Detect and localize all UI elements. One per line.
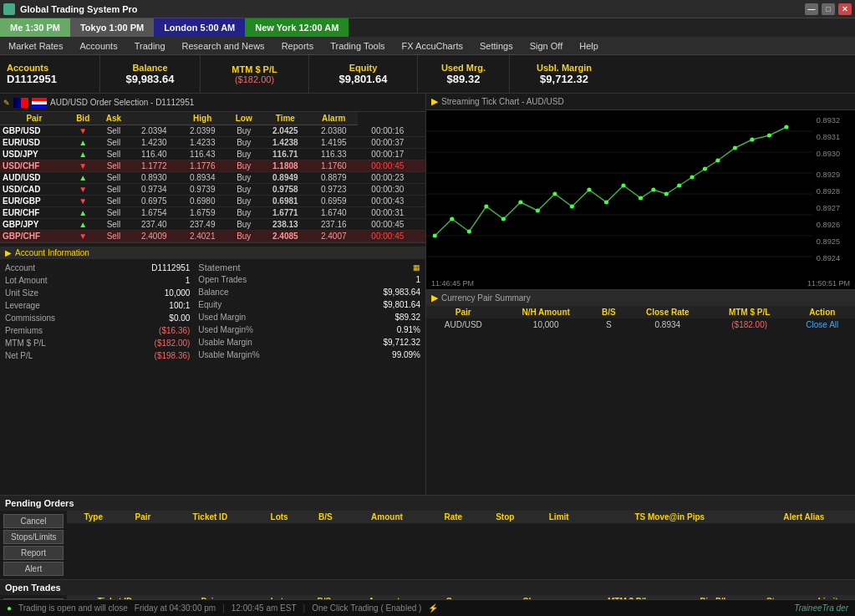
cell-side: Sell [98, 184, 130, 196]
account-left: Account D1112951 Lot Amount 1 Unit Size … [5, 262, 190, 361]
rates-toolbar: ✎ AUD/USD Order Selection - D1112951 [0, 94, 425, 112]
cell-ask: 0.8934 [178, 172, 226, 184]
rates-row[interactable]: USD/CHF ▼ Sell 1.1772 1.1776 Buy 1.1808 … [0, 160, 425, 172]
rates-row[interactable]: USD/JPY ▲ Sell 116.40 116.43 Buy 116.71 … [0, 149, 425, 160]
acct-prem: Premiums ($16.36) [5, 325, 190, 336]
cell-alarm [417, 172, 425, 184]
cell-high: 0.9758 [261, 184, 309, 196]
pending-orders-header: Pending Orders [0, 496, 855, 511]
svg-point-10 [467, 230, 471, 234]
title-bar: Global Trading System Pro — □ ✕ [0, 0, 855, 18]
pending-col-amount: Amount [346, 511, 427, 523]
pending-stops-button[interactable]: Stops/Limits [3, 530, 64, 544]
maximize-button[interactable]: □ [822, 3, 835, 15]
timezone-bar: Me 1:30 PM Tokyo 1:00 PM London 5:00 AM … [0, 18, 855, 37]
rates-row[interactable]: GBP/CHF ▼ Sell 2.4009 2.4021 Buy 2.4085 … [0, 231, 425, 242]
svg-text:0.8925: 0.8925 [817, 237, 840, 246]
menu-fx-accu[interactable]: FX AccuCharts [394, 37, 471, 54]
svg-text:0.8924: 0.8924 [817, 254, 840, 262]
edit-icon[interactable]: ✎ [3, 99, 10, 107]
cell-bid: 2.4009 [130, 231, 178, 242]
cell-low: 1.1760 [309, 160, 358, 172]
rates-row[interactable]: EUR/USD ▲ Sell 1.4230 1.4233 Buy 1.4238 … [0, 137, 425, 149]
pending-alert-button[interactable]: Alert [3, 562, 64, 576]
svg-point-19 [621, 184, 625, 188]
cps-cell-mtm: ($182.00) [710, 318, 790, 331]
menu-accounts[interactable]: Accounts [71, 37, 125, 54]
chart-expand-icon[interactable]: ▶ [431, 96, 438, 107]
cell-ask: 2.0399 [178, 125, 226, 137]
svg-text:0.8928: 0.8928 [817, 187, 840, 196]
menu-reports[interactable]: Reports [273, 37, 323, 54]
cell-low: 1.6740 [309, 207, 358, 219]
cell-high: 1.1808 [261, 160, 309, 172]
menu-help[interactable]: Help [571, 37, 607, 54]
svg-text:0.8929: 0.8929 [817, 171, 840, 179]
svg-point-27 [733, 146, 737, 150]
timezone-newyork: New York 12:00 AM [245, 18, 349, 37]
cell-time: 00:00:45 [358, 160, 417, 172]
close-time: Friday at 04:30:00 pm [135, 603, 216, 613]
rates-row[interactable]: AUD/USD ▲ Sell 0.8930 0.8934 Buy 0.8949 … [0, 172, 425, 184]
col-low: Low [226, 112, 261, 125]
svg-point-24 [690, 176, 694, 180]
rates-row[interactable]: USD/CAD ▼ Sell 0.9734 0.9739 Buy 0.9758 … [0, 184, 425, 196]
menu-settings[interactable]: Settings [471, 37, 522, 54]
chart-time-left: 11:46:45 PM [431, 279, 474, 288]
chart-title: Streaming Tick Chart - AUD/USD [441, 97, 564, 106]
pending-report-button[interactable]: Report [3, 546, 64, 560]
cell-low: 1.4195 [309, 137, 358, 149]
menu-sign-off[interactable]: Sign Off [522, 37, 572, 54]
acct-account: Account D1112951 [5, 262, 190, 273]
usedmrg-value: $89.32 [447, 73, 481, 85]
expand-icon[interactable]: ▶ [5, 248, 12, 257]
minimize-button[interactable]: — [805, 3, 818, 15]
app-icon [3, 3, 15, 15]
pending-cancel-button[interactable]: Cancel [3, 514, 64, 528]
account-info-header: ▶ Account Information [0, 247, 425, 259]
mtm-value: ($182.00) [235, 74, 274, 84]
account-info-title: Account Information [15, 248, 89, 257]
menu-trading[interactable]: Trading [126, 37, 174, 54]
equity-value: $9,801.64 [339, 73, 388, 85]
balance-value: $9,983.64 [126, 73, 175, 85]
cell-side: Sell [98, 160, 130, 172]
cps-cell-nh: 10,000 [501, 318, 592, 331]
chart-section: ▶ Streaming Tick Chart - AUD/USD [426, 94, 855, 290]
cps-expand-icon[interactable]: ▶ [431, 293, 438, 303]
menu-trading-tools[interactable]: Trading Tools [322, 37, 393, 54]
acct-lot: Lot Amount 1 [5, 275, 190, 286]
cell-side: Sell [98, 196, 130, 207]
rates-row[interactable]: EUR/CHF ▲ Sell 1.6754 1.6759 Buy 1.6771 … [0, 207, 425, 219]
cps-cell-action[interactable]: Close All [790, 318, 855, 331]
cell-alarm [417, 231, 425, 242]
cell-dir: ▼ [69, 196, 98, 207]
cps-table: Pair N/H Amount B/S Close Rate MTM $ P/L… [426, 306, 855, 331]
menu-market-rates[interactable]: Market Rates [0, 37, 71, 54]
cell-pair: EUR/GBP [0, 196, 69, 207]
pending-col-type: Type [67, 511, 120, 523]
acct-leverage: Leverage 100:1 [5, 300, 190, 311]
flag-eu [13, 98, 28, 108]
rates-row[interactable]: GBP/USD ▼ Sell 2.0394 2.0399 Buy 2.0425 … [0, 125, 425, 137]
svg-point-12 [501, 217, 506, 221]
acct-mtm: MTM $ P/L ($182.00) [5, 338, 190, 349]
svg-point-13 [518, 201, 522, 205]
balance-label: Balance [132, 63, 167, 73]
rates-row[interactable]: EUR/GBP ▼ Sell 0.6975 0.6980 Buy 0.6981 … [0, 196, 425, 207]
menu-research[interactable]: Research and News [174, 37, 273, 54]
accounts-value: D1112951 [7, 73, 57, 85]
usblmrg-label: Usbl. Margin [537, 63, 592, 73]
col-bid: Bid [69, 112, 98, 125]
main-header: Accounts D1112951 Balance $9,983.64 MTM … [0, 55, 855, 94]
pending-col-stop: Stop [479, 511, 532, 523]
cps-row[interactable]: AUD/USD 10,000 S 0.8934 ($182.00) Close … [426, 318, 855, 331]
rates-section: Pair Bid Ask High Low Time Alarm GBP/USD… [0, 112, 425, 242]
cell-ask: 1.6759 [178, 207, 226, 219]
rates-row[interactable]: GBP/JPY ▲ Sell 237.40 237.49 Buy 238.13 … [0, 219, 425, 231]
chart-xaxis: 11:46:45 PM 11:50:51 PM [426, 277, 855, 289]
close-button[interactable]: ✕ [838, 3, 852, 15]
chart-time-right: 11:50:51 PM [807, 279, 850, 288]
cell-time: 00:00:37 [358, 137, 417, 149]
cell-high: 1.4238 [261, 137, 309, 149]
